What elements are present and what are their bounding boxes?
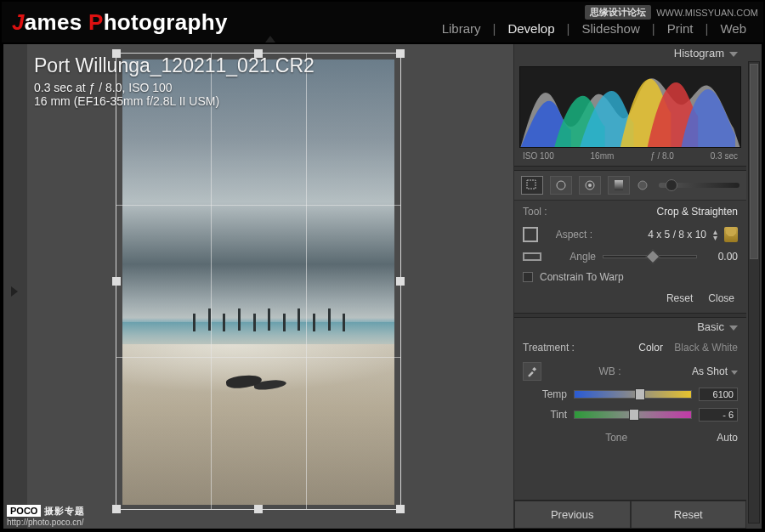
module-picker: Library| Develop| Slideshow| Print| Web (442, 21, 746, 36)
treatment-row: Treatment : Color Black & White (514, 337, 746, 359)
tool-reset-button[interactable]: Reset (666, 292, 693, 304)
right-scrollbar[interactable] (748, 61, 760, 524)
expand-top-icon (265, 36, 275, 42)
spot-tool-icon[interactable] (550, 176, 572, 195)
svg-rect-0 (527, 180, 536, 189)
histogram-graph[interactable] (519, 66, 741, 148)
image-exposure: 0.3 sec at ƒ / 8.0, ISO 100 (34, 81, 314, 94)
angle-value[interactable]: 0.00 (704, 251, 738, 263)
tint-slider[interactable] (574, 410, 692, 419)
auto-tone-button[interactable]: Auto (717, 432, 738, 444)
tool-strip (514, 171, 746, 201)
watermark-bottom: POCO摄影专题 http://photo.poco.cn/ (7, 505, 85, 527)
aspect-row: Aspect : 4 x 5 / 8 x 10 ▴▾ (514, 223, 746, 246)
expand-left-icon (11, 286, 18, 297)
histogram-iso[interactable]: ISO 100 (523, 151, 554, 161)
aspect-stepper[interactable]: ▴▾ (713, 229, 717, 241)
constrain-checkbox[interactable] (523, 272, 533, 282)
image-lens: 16 mm (EF16-35mm f/2.8L II USM) (34, 94, 314, 108)
crop-handle[interactable] (396, 277, 405, 286)
module-library[interactable]: Library (442, 21, 481, 36)
eyedropper-icon[interactable] (523, 362, 541, 381)
crop-handle[interactable] (112, 505, 121, 513)
histogram-footer: ISO 100 16mm ƒ / 8.0 0.3 sec (514, 150, 746, 166)
histogram-focal[interactable]: 16mm (591, 151, 615, 161)
temp-slider[interactable] (574, 390, 692, 399)
svg-point-5 (638, 181, 647, 190)
angle-row: Angle 0.00 (514, 246, 746, 267)
treatment-color[interactable]: Color (638, 342, 663, 354)
brand-identity: James Photography (12, 9, 228, 36)
svg-rect-6 (532, 367, 536, 371)
module-develop[interactable]: Develop (507, 21, 554, 36)
svg-rect-4 (615, 180, 623, 190)
tint-value[interactable]: - 6 (699, 408, 738, 422)
left-panel-collapsed[interactable] (3, 44, 27, 529)
svg-point-3 (588, 184, 592, 187)
scroll-thumb[interactable] (750, 64, 758, 259)
crop-handle[interactable] (396, 505, 405, 513)
image-filename: Port Willunga_120211_021.CR2 (34, 54, 314, 77)
chevron-down-icon (731, 371, 738, 375)
tool-header: Tool : Crop & Straighten (514, 201, 746, 223)
brush-tool-icon[interactable] (637, 176, 652, 195)
aspect-icon[interactable] (523, 227, 538, 242)
reset-button[interactable]: Reset (631, 501, 747, 529)
crop-handle[interactable] (254, 505, 263, 513)
basic-header[interactable]: Basic (514, 318, 746, 337)
treatment-bw[interactable]: Black & White (674, 342, 738, 354)
previous-button[interactable]: Previous (514, 501, 631, 529)
constrain-label: Constrain To Warp (540, 271, 624, 283)
top-bar: James Photography Library| Develop| Slid… (2, 2, 763, 42)
brush-size-slider[interactable] (659, 183, 740, 188)
tool-close-button[interactable]: Close (708, 292, 734, 304)
crop-handle[interactable] (112, 277, 121, 286)
temp-value[interactable]: 6100 (699, 388, 738, 401)
crop-overlay[interactable] (116, 53, 401, 510)
wb-preset[interactable]: As Shot (692, 365, 728, 377)
crop-tool-icon[interactable] (521, 176, 543, 195)
wb-row: WB : As Shot (514, 359, 746, 384)
histogram-shutter[interactable]: 0.3 sec (711, 151, 738, 161)
constrain-row: Constrain To Warp (514, 267, 746, 287)
aspect-value[interactable]: 4 x 5 / 8 x 10 (599, 229, 706, 241)
module-slideshow[interactable]: Slideshow (581, 21, 639, 36)
image-canvas[interactable]: Port Willunga_120211_021.CR2 0.3 sec at … (27, 44, 513, 529)
lock-icon[interactable] (724, 227, 738, 242)
watermark-top: 思缘设计论坛 WWW.MISSYUAN.COM (585, 5, 758, 20)
straighten-icon[interactable] (523, 252, 541, 261)
graduated-tool-icon[interactable] (608, 176, 630, 195)
svg-point-1 (557, 181, 565, 190)
redeye-tool-icon[interactable] (579, 176, 601, 195)
angle-slider[interactable] (603, 255, 697, 258)
crop-handle[interactable] (396, 49, 405, 58)
module-web[interactable]: Web (720, 21, 746, 36)
histogram-header[interactable]: Histogram (514, 44, 746, 63)
histogram-aperture[interactable]: ƒ / 8.0 (650, 151, 674, 161)
chevron-down-icon (729, 325, 738, 331)
chevron-down-icon (729, 52, 738, 57)
image-info-overlay: Port Willunga_120211_021.CR2 0.3 sec at … (34, 54, 314, 108)
module-print[interactable]: Print (667, 21, 694, 36)
right-panel: Histogram ISO 100 16mm (513, 44, 762, 529)
